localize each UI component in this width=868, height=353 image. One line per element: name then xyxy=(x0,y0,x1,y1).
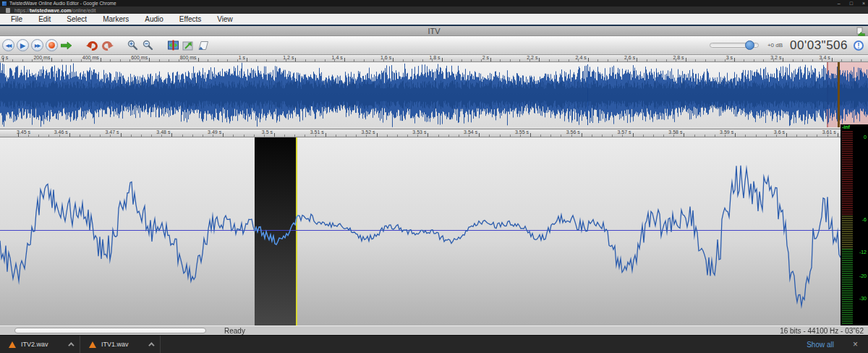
ruler-minor-tick xyxy=(284,135,285,137)
browser-url-bar[interactable]: https://twistedwave.com/online/edit xyxy=(0,7,868,14)
ruler-minor-tick xyxy=(12,59,13,61)
meter-scale-label: -6 xyxy=(862,217,867,222)
url-path: /online/edit xyxy=(72,8,96,13)
overview-waveform[interactable] xyxy=(0,62,868,127)
export-selection-icon xyxy=(182,41,194,51)
url-domain: twistedwave.com xyxy=(30,8,72,13)
redo-icon xyxy=(101,41,114,51)
ruler-minor-tick xyxy=(213,135,213,137)
chevron-up-icon[interactable] xyxy=(68,342,74,348)
detail-time-ruler[interactable]: 3.45 s3.46 s3.47 s3.48 s3.49 s3.5 s3.51 … xyxy=(0,129,841,137)
url-text: https://twistedwave.com/online/edit xyxy=(14,8,95,13)
crop-button[interactable] xyxy=(197,39,210,51)
meter-zone-red xyxy=(842,131,853,216)
ruler-minor-tick xyxy=(817,135,817,137)
ruler-tick xyxy=(295,58,296,61)
menu-item-audio[interactable]: Audio xyxy=(137,14,171,25)
ruler-tick xyxy=(393,58,393,61)
ruler-label: 2.2 s xyxy=(509,55,537,60)
ruler-minor-tick xyxy=(48,135,49,137)
ruler-minor-tick xyxy=(796,135,797,137)
ruler-minor-tick xyxy=(793,59,793,61)
show-all-downloads-button[interactable]: Show all xyxy=(799,338,841,352)
ruler-label: 2 s xyxy=(460,55,489,60)
maximize-button[interactable]: □ xyxy=(850,0,853,7)
ruler-minor-tick xyxy=(571,135,572,137)
ruler-label: 3.4 s xyxy=(801,55,830,60)
go-button[interactable] xyxy=(60,39,73,51)
ruler-tick xyxy=(490,58,491,61)
ruler-minor-tick xyxy=(38,135,39,137)
chevron-up-icon[interactable] xyxy=(148,342,154,348)
ruler-minor-tick xyxy=(500,59,501,61)
zoom-out-icon xyxy=(142,40,153,51)
ruler-minor-tick xyxy=(90,135,90,137)
ruler-label: 200 ms xyxy=(21,55,50,60)
play-button[interactable]: ▶ xyxy=(17,39,29,51)
ruler-minor-tick xyxy=(489,135,490,137)
ruler-tick xyxy=(69,133,70,137)
download-item[interactable]: ITV1.wav xyxy=(80,336,161,353)
vlc-cone-icon xyxy=(9,341,16,348)
overview-waveform-canvas xyxy=(0,62,868,127)
ruler-minor-tick xyxy=(540,135,541,137)
download-item[interactable]: ITV2.wav xyxy=(0,336,80,353)
undo-button[interactable] xyxy=(85,39,98,51)
ruler-tick xyxy=(101,58,101,61)
menu-item-markers[interactable]: Markers xyxy=(95,14,137,25)
ruler-minor-tick xyxy=(807,135,807,137)
ruler-minor-tick xyxy=(397,135,398,137)
ruler-label: 3.54 s xyxy=(448,129,477,135)
menu-item-view[interactable]: View xyxy=(209,14,241,25)
overview-playhead[interactable] xyxy=(838,62,840,127)
volume-slider[interactable] xyxy=(710,43,759,48)
menu-item-effects[interactable]: Effects xyxy=(171,14,209,25)
alert-icon[interactable]: ! xyxy=(854,41,864,51)
menu-item-select[interactable]: Select xyxy=(59,14,95,25)
format-info: 16 bits - 44100 Hz - 03"62 xyxy=(780,327,864,335)
ruler-minor-tick xyxy=(647,59,647,61)
ruler-label: 3.52 s xyxy=(346,129,375,135)
ruler-minor-tick xyxy=(305,135,305,137)
download-filename: ITV1.wav xyxy=(101,341,129,348)
close-downloads-bar-button[interactable]: × xyxy=(853,339,858,349)
detail-waveform[interactable] xyxy=(0,137,868,326)
export-selection-button[interactable] xyxy=(182,39,195,51)
record-icon xyxy=(48,42,55,48)
ruler-label: 3.59 s xyxy=(705,129,733,135)
skip-to-end-button[interactable]: ▶▶ xyxy=(31,39,43,51)
menu-item-file[interactable]: File xyxy=(3,14,30,25)
menu-item-edit[interactable]: Edit xyxy=(30,14,59,25)
volume-slider-knob[interactable] xyxy=(745,41,754,50)
close-button[interactable]: × xyxy=(862,0,865,7)
ruler-minor-tick xyxy=(59,135,60,137)
ruler-tick xyxy=(51,58,52,61)
level-meter: -inf 0-6-12-20-30-60 xyxy=(841,124,868,326)
minimize-button[interactable]: – xyxy=(838,0,841,7)
ruler-tick xyxy=(149,58,150,61)
redo-button[interactable] xyxy=(101,39,114,51)
zoom-to-selection-button[interactable] xyxy=(166,39,179,51)
ruler-minor-tick xyxy=(354,59,354,61)
zoom-to-selection-icon xyxy=(167,40,179,51)
ruler-tick xyxy=(247,58,247,61)
overview-time-ruler[interactable]: 0 s200 ms400 ms600 ms800 ms1 s1.2 s1.4 s… xyxy=(0,55,868,62)
progress-bar xyxy=(14,328,206,333)
ruler-label: 0 s xyxy=(1,55,8,60)
skip-to-start-button[interactable]: ◀◀ xyxy=(2,39,14,51)
ruler-minor-tick xyxy=(346,135,346,137)
ruler-minor-tick xyxy=(305,59,306,61)
ruler-minor-tick xyxy=(233,135,234,137)
ruler-minor-tick xyxy=(356,135,357,137)
zoom-out-button[interactable] xyxy=(141,39,154,51)
export-icon[interactable] xyxy=(856,27,865,36)
ruler-minor-tick xyxy=(80,135,80,137)
zoom-in-button[interactable] xyxy=(126,39,139,51)
document-title: ITV xyxy=(0,27,868,35)
ruler-tick xyxy=(637,58,637,61)
ruler-minor-tick xyxy=(182,135,183,137)
ruler-tick xyxy=(121,133,122,137)
ruler-label: 3.2 s xyxy=(752,55,781,60)
record-button[interactable] xyxy=(46,39,58,51)
ruler-label: 3.45 s xyxy=(17,129,30,135)
